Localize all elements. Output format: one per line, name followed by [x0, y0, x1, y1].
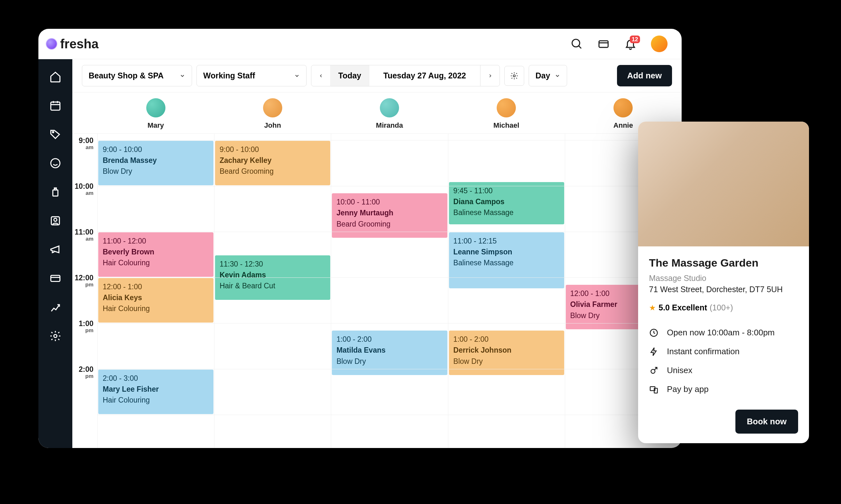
product-icon [49, 186, 61, 198]
svg-rect-9 [51, 275, 60, 282]
business-title: The Massage Garden [649, 257, 798, 269]
event-client: Derrick Johnson [453, 345, 560, 355]
calendar-event[interactable]: 1:00 - 2:00Derrick JohnsonBlow Dry [449, 330, 564, 375]
event-time: 9:00 - 10:00 [103, 145, 209, 155]
smile-icon [49, 157, 61, 169]
staff-name-label: Miranda [376, 121, 403, 130]
event-service: Balinese Massage [453, 258, 560, 268]
svg-rect-3 [51, 102, 60, 110]
client-icon [49, 215, 61, 227]
calendar-event[interactable]: 11:00 - 12:15Leanne SimpsonBalinese Mass… [449, 232, 564, 288]
calendar-event[interactable]: 2:00 - 3:00Mary Lee FisherHair Colouring [98, 370, 213, 414]
bolt-icon [649, 347, 659, 357]
staff-name-label: Michael [494, 121, 519, 130]
event-time: 9:00 - 10:00 [219, 145, 326, 155]
sidebar-item-payments[interactable] [49, 272, 62, 285]
business-type: Massage Studio [649, 274, 798, 283]
devices-icon [649, 385, 659, 394]
next-day-button[interactable] [480, 65, 500, 86]
time-label: 11:00am [72, 225, 97, 271]
location-dropdown[interactable]: Beauty Shop & SPA [82, 65, 192, 86]
search-button[interactable] [570, 37, 583, 50]
gear-icon [510, 72, 518, 80]
today-button[interactable]: Today [330, 65, 369, 86]
add-new-button[interactable]: Add new [617, 65, 672, 86]
event-grid: 9:00 - 10:00Brenda MasseyBlow Dry11:00 -… [97, 134, 682, 448]
event-service: Blow Dry [103, 166, 209, 176]
calendar-column[interactable]: 9:45 - 11:00Diana CamposBalinese Massage… [448, 134, 565, 448]
sidebar-item-feedback[interactable] [49, 157, 62, 170]
gear-icon [49, 330, 61, 342]
staff-header[interactable]: Michael [448, 92, 565, 133]
info-pay: Pay by app [649, 384, 798, 394]
svg-point-4 [53, 131, 54, 133]
calendar-event[interactable]: 9:00 - 10:00Zachary KelleyBeard Grooming [215, 141, 330, 185]
staff-header[interactable]: John [214, 92, 331, 133]
card-icon [49, 272, 61, 285]
staff-avatar [146, 98, 165, 118]
info-list: Open now 10:00am - 8:00pm Instant confir… [649, 328, 798, 394]
sidebar-item-products[interactable] [49, 185, 62, 199]
event-time: 10:00 - 11:00 [336, 197, 443, 207]
event-service: Hair Colouring [103, 304, 209, 313]
staff-name-label: Mary [147, 121, 164, 130]
staff-header[interactable]: Miranda [331, 92, 448, 133]
calendar-icon [49, 100, 61, 112]
chevron-down-icon [180, 73, 185, 79]
time-label: 2:00pm [72, 363, 97, 408]
event-service: Beard Grooming [219, 166, 326, 176]
megaphone-icon [49, 244, 61, 256]
chevron-down-icon [294, 73, 300, 79]
calendar-event[interactable]: 11:00 - 12:00Beverly BrownHair Colouring [98, 232, 213, 277]
event-time: 1:00 - 2:00 [336, 335, 443, 344]
clock-icon [649, 328, 659, 338]
sidebar-item-calendar[interactable] [49, 99, 62, 112]
staff-dropdown[interactable]: Working Staff [196, 65, 307, 86]
sidebar-item-marketing[interactable] [49, 243, 62, 256]
svg-point-13 [651, 369, 655, 374]
sidebar-item-clients[interactable] [49, 214, 62, 228]
sidebar-item-settings[interactable] [49, 329, 62, 343]
location-label: Beauty Shop & SPA [89, 71, 163, 80]
calendar-event[interactable]: 12:00 - 1:00Alicia KeysHair Colouring [98, 278, 213, 323]
event-service: Blow Dry [453, 357, 560, 366]
sidebar-item-analytics[interactable] [49, 301, 62, 314]
staff-avatar [380, 98, 399, 118]
logo[interactable]: fresha [46, 37, 99, 51]
calendar-event[interactable]: 11:30 - 12:30Kevin AdamsHair & Beard Cut [215, 255, 330, 300]
event-service: Hair & Beard Cut [219, 281, 326, 291]
sidebar [38, 59, 72, 448]
book-now-button[interactable]: Book now [735, 410, 798, 434]
sidebar-item-home[interactable] [49, 70, 62, 84]
staff-avatar [497, 98, 516, 118]
calendar-event[interactable]: 10:00 - 11:00Jenny MurtaughBeard Groomin… [332, 193, 447, 238]
event-client: Beverly Brown [103, 247, 209, 257]
calendar-event[interactable]: 9:00 - 10:00Brenda MasseyBlow Dry [98, 141, 213, 185]
event-time: 1:00 - 2:00 [453, 335, 560, 344]
calendar-event[interactable]: 1:00 - 2:00Matilda EvansBlow Dry [332, 330, 447, 375]
calendar-column[interactable]: 9:00 - 10:00Zachary KelleyBeard Grooming… [214, 134, 331, 448]
calendar-column[interactable]: 9:00 - 10:00Brenda MasseyBlow Dry11:00 -… [97, 134, 214, 448]
sidebar-item-tags[interactable] [49, 128, 62, 141]
notifications-button[interactable]: 12 [624, 37, 637, 50]
svg-rect-2 [599, 41, 608, 48]
rating-count: (100+) [710, 303, 733, 312]
chevron-right-icon [488, 73, 493, 78]
svg-point-8 [54, 218, 57, 221]
user-avatar[interactable] [651, 36, 667, 52]
prev-day-button[interactable] [311, 65, 330, 86]
time-label: 1:00pm [72, 317, 97, 363]
svg-point-0 [572, 39, 580, 47]
staff-header-row: MaryJohnMirandaMichaelAnnie [72, 92, 682, 134]
view-mode-label: Day [535, 71, 550, 80]
event-time: 12:00 - 1:00 [103, 282, 209, 292]
header-actions: 12 [570, 36, 667, 52]
calendar-settings-button[interactable] [504, 66, 524, 86]
date-display[interactable]: Tuesday 27 Aug, 2022 [369, 65, 480, 86]
view-mode-dropdown[interactable]: Day [529, 65, 567, 86]
calendar-event[interactable]: 9:45 - 11:00Diana CamposBalinese Massage [449, 182, 564, 224]
staff-header[interactable]: Mary [97, 92, 214, 133]
wallet-button[interactable] [597, 37, 610, 50]
event-time: 11:30 - 12:30 [219, 259, 326, 269]
calendar-column[interactable]: 10:00 - 11:00Jenny MurtaughBeard Groomin… [331, 134, 448, 448]
